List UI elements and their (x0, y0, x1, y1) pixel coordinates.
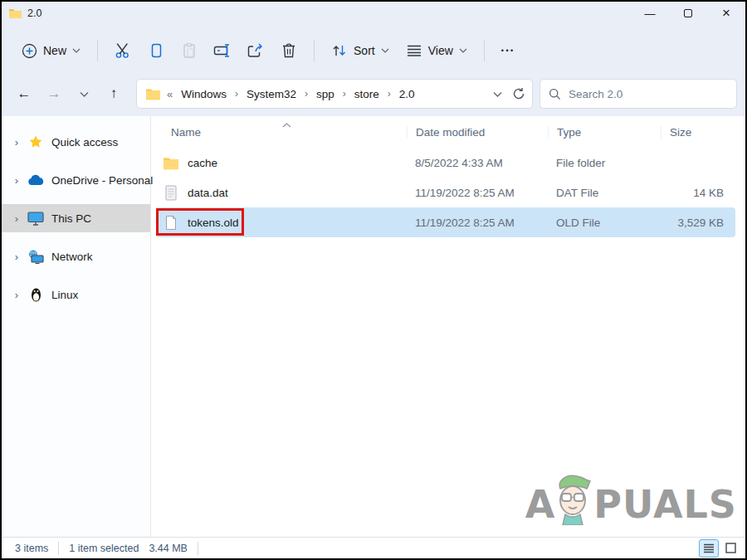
column-header-type[interactable]: Type (548, 126, 661, 139)
sort-button-label: Sort (354, 44, 375, 57)
chevron-down-icon (381, 48, 389, 53)
content-area: › Quick access › OneDrive - Personal › T… (2, 116, 745, 537)
breadcrumb-item[interactable]: store (353, 86, 381, 102)
minimize-button[interactable]: — (631, 2, 669, 25)
onedrive-cloud-icon (27, 172, 45, 188)
details-view-icon (703, 543, 715, 553)
file-explorer-window: 2.0 — × New (0, 0, 747, 560)
back-button[interactable]: ← (10, 80, 38, 107)
sidebar-item-this-pc[interactable]: › This PC (2, 204, 150, 232)
column-header-size[interactable]: Size (661, 126, 735, 139)
maximize-button[interactable] (669, 2, 707, 25)
breadcrumb: « Windows › System32 › spp › store › 2.0 (167, 86, 486, 102)
expand-chevron-icon[interactable]: › (10, 212, 23, 225)
sidebar-item-network[interactable]: › Network (2, 242, 150, 270)
titlebar: 2.0 — × (2, 2, 745, 25)
file-type: DAT File (548, 187, 661, 199)
cut-icon (114, 41, 132, 60)
refresh-button[interactable] (512, 87, 525, 100)
address-dropdown-button[interactable] (493, 91, 502, 97)
trash-icon (280, 41, 298, 60)
toolbar-separator (484, 40, 485, 61)
copy-icon (147, 41, 165, 60)
file-rows: cache 8/5/2022 4:33 AM File folder data.… (154, 148, 742, 237)
column-header-label: Size (670, 126, 691, 139)
paste-button[interactable] (173, 36, 206, 66)
up-button[interactable]: ↑ (100, 80, 128, 107)
navigation-pane: › Quick access › OneDrive - Personal › T… (2, 116, 151, 537)
column-headers: Name Date modified Type Size (156, 119, 735, 144)
file-name: cache (188, 157, 217, 169)
rename-icon (212, 41, 232, 60)
file-date: 8/5/2022 4:33 AM (407, 157, 548, 169)
folder-icon (144, 85, 162, 102)
file-date: 11/19/2022 8:25 AM (407, 187, 548, 199)
sidebar-item-quick-access[interactable]: › Quick access (2, 128, 150, 156)
column-header-label: Date modified (416, 126, 485, 139)
paste-icon (180, 41, 198, 60)
selection-size: 3.44 MB (149, 543, 188, 554)
details-view-button[interactable] (699, 539, 719, 558)
expand-chevron-icon[interactable]: › (10, 136, 23, 149)
column-header-date-modified[interactable]: Date modified (407, 126, 548, 139)
sort-button[interactable]: Sort (323, 38, 398, 63)
share-icon (246, 41, 266, 60)
sidebar-item-linux[interactable]: › Linux (2, 280, 150, 309)
up-icon: ↑ (110, 85, 118, 102)
breadcrumb-separator-icon: › (343, 88, 346, 100)
monitor-icon (27, 210, 45, 226)
expand-chevron-icon[interactable]: › (10, 289, 23, 301)
toolbar-separator (97, 40, 98, 61)
breadcrumb-separator-icon: › (305, 88, 308, 100)
recent-locations-button[interactable] (70, 80, 98, 107)
command-toolbar: New (2, 25, 745, 76)
back-icon: ← (17, 85, 32, 102)
folder-icon (163, 154, 179, 171)
new-button[interactable]: New (13, 38, 89, 64)
ellipsis-icon: ••• (501, 46, 515, 55)
star-icon (27, 134, 45, 150)
large-icons-view-button[interactable] (720, 539, 740, 558)
view-button-label: View (428, 44, 453, 57)
file-name: data.dat (188, 187, 228, 199)
close-icon: × (722, 5, 730, 22)
breadcrumb-item[interactable]: Windows (179, 86, 228, 102)
breadcrumb-overflow[interactable]: « (167, 88, 173, 100)
file-date: 11/19/2022 8:25 AM (407, 217, 548, 229)
address-bar[interactable]: « Windows › System32 › spp › store › 2.0 (136, 79, 533, 109)
see-more-button[interactable]: ••• (493, 46, 524, 55)
search-box[interactable] (540, 79, 737, 109)
copy-button[interactable] (139, 36, 173, 66)
file-row-data-dat[interactable]: data.dat 11/19/2022 8:25 AM DAT File 14 … (156, 178, 735, 207)
column-header-label: Type (557, 126, 581, 139)
search-input[interactable] (569, 88, 728, 100)
sort-icon (331, 43, 348, 58)
view-button[interactable]: View (398, 39, 476, 62)
forward-button[interactable]: → (40, 80, 68, 107)
breadcrumb-item[interactable]: spp (315, 86, 336, 102)
sidebar-item-onedrive[interactable]: › OneDrive - Personal (2, 166, 150, 194)
file-row-cache[interactable]: cache 8/5/2022 4:33 AM File folder (156, 148, 735, 178)
network-icon (27, 248, 45, 265)
statusbar-separator (58, 542, 59, 555)
file-row-tokens-old[interactable]: tokens.old 11/19/2022 8:25 AM OLD File 3… (156, 207, 735, 237)
breadcrumb-separator-icon: › (388, 88, 391, 100)
file-size: 14 KB (661, 187, 735, 199)
expand-chevron-icon[interactable]: › (10, 251, 23, 263)
cut-button[interactable] (106, 36, 139, 66)
breadcrumb-item[interactable]: System32 (245, 86, 298, 102)
folder-icon (8, 7, 22, 19)
sidebar-item-label: This PC (51, 212, 91, 225)
breadcrumb-item-current[interactable]: 2.0 (398, 86, 417, 102)
delete-button[interactable] (272, 36, 305, 66)
minimize-icon: — (645, 7, 656, 20)
selection-count: 1 item selected (69, 543, 139, 554)
rename-button[interactable] (206, 36, 239, 66)
close-button[interactable]: × (707, 2, 745, 25)
column-header-name[interactable]: Name (156, 126, 407, 139)
file-type: File folder (548, 157, 661, 169)
expand-chevron-icon[interactable]: › (10, 174, 23, 187)
sidebar-item-label: OneDrive - Personal (51, 174, 153, 187)
chevron-down-icon (459, 48, 467, 53)
share-button[interactable] (239, 36, 272, 66)
